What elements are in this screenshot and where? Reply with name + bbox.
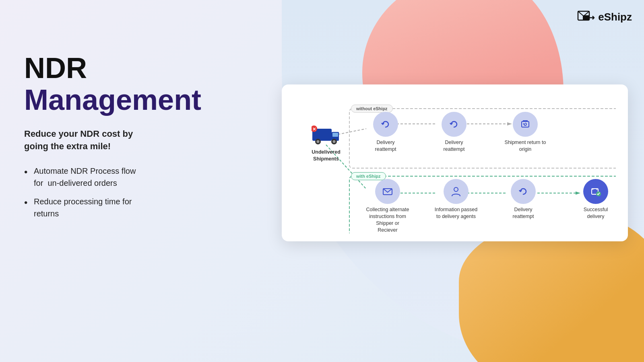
node-label-top-2: Delivery reattempt bbox=[434, 139, 474, 153]
circle-icon-b1 bbox=[375, 179, 400, 204]
node-bottom-4: Successful delivery bbox=[576, 179, 616, 220]
bullet-list: Automate NDR Process flowfor un-delivere… bbox=[24, 165, 205, 220]
success-icon bbox=[590, 185, 602, 197]
node-label-bottom-4: Successful delivery bbox=[576, 206, 616, 220]
node-top-3: Shipment return to origin bbox=[503, 112, 547, 153]
node-label-top-1: Delivery reattempt bbox=[365, 139, 406, 153]
title-management: Management bbox=[24, 84, 205, 116]
reattempt-icon-2 bbox=[448, 118, 460, 130]
bullet-1: Automate NDR Process flowfor un-delivere… bbox=[24, 165, 205, 189]
node-top-2: Delivery reattempt bbox=[434, 112, 474, 153]
svg-rect-23 bbox=[522, 121, 529, 127]
bullet-2: Reduce processing time forreturns bbox=[24, 195, 205, 220]
node-bottom-1: Collecting alternate instructions from S… bbox=[365, 179, 410, 234]
circle-icon-2 bbox=[442, 112, 466, 137]
email-icon bbox=[382, 185, 394, 197]
left-content: NDR Management Reduce your NDR cost bygo… bbox=[24, 52, 205, 226]
svg-rect-1 bbox=[583, 15, 589, 20]
diagram-card: ✕ Undelivered Shipments without eShipz w… bbox=[282, 84, 628, 241]
circle-icon-b3 bbox=[511, 179, 536, 204]
svg-point-18 bbox=[317, 140, 320, 143]
truck-label: Undelivered Shipments bbox=[312, 149, 341, 162]
diagram-inner: ✕ Undelivered Shipments without eShipz w… bbox=[294, 97, 616, 233]
truck-icon: ✕ bbox=[312, 125, 341, 146]
agent-icon bbox=[450, 185, 462, 197]
node-top-1: Delivery reattempt bbox=[365, 112, 406, 153]
subtitle: Reduce your NDR cost bygoing the extra m… bbox=[24, 128, 205, 153]
title-ndr: NDR bbox=[24, 52, 205, 84]
circle-icon-1 bbox=[373, 112, 398, 137]
node-label-bottom-3: Delivery reattempt bbox=[503, 206, 543, 220]
svg-point-20 bbox=[333, 140, 336, 143]
reattempt-icon-1 bbox=[380, 118, 392, 130]
node-bottom-2: Information passed to delivery agents bbox=[434, 179, 478, 220]
svg-point-25 bbox=[454, 187, 458, 191]
logo-text: eShipz bbox=[598, 11, 632, 23]
node-label-bottom-2: Information passed to delivery agents bbox=[434, 206, 478, 220]
node-label-bottom-1: Collecting alternate instructions from S… bbox=[365, 206, 410, 234]
truck-node: ✕ Undelivered Shipments bbox=[306, 125, 346, 162]
svg-rect-16 bbox=[332, 133, 338, 137]
circle-icon-b2 bbox=[444, 179, 469, 204]
svg-text:✕: ✕ bbox=[312, 127, 316, 132]
node-label-top-3: Shipment return to origin bbox=[503, 139, 547, 153]
node-bottom-3: Delivery reattempt bbox=[503, 179, 543, 220]
circle-icon-3 bbox=[513, 112, 538, 137]
shipment-return-icon bbox=[519, 118, 531, 130]
reattempt-icon-3 bbox=[517, 185, 529, 197]
logo-icon bbox=[577, 8, 595, 26]
logo: eShipz bbox=[577, 8, 632, 26]
badge-without: without eShipz bbox=[351, 105, 393, 113]
circle-icon-b4 bbox=[583, 179, 608, 204]
